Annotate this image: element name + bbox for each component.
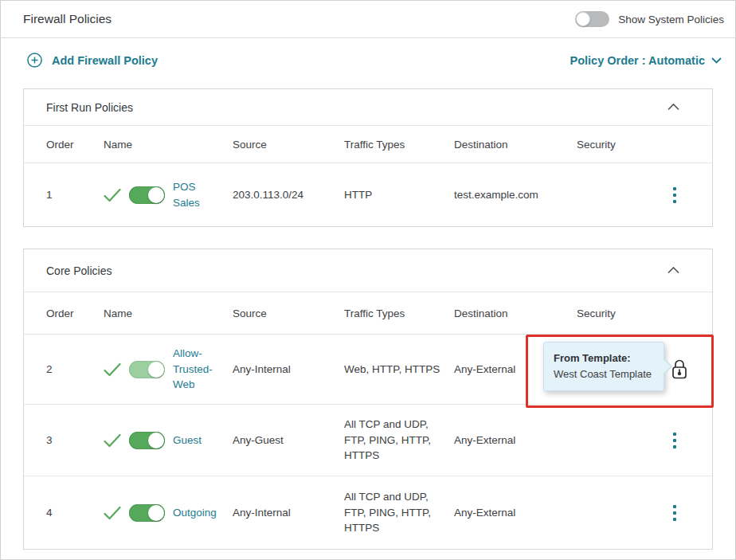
security-cell	[577, 433, 712, 448]
table-row: 1 POS Sales 203.0.113.0/24 HTTP test.exa…	[24, 163, 712, 226]
top-bar: Firewall Policies Show System Policies	[1, 1, 735, 38]
row-actions-menu-icon[interactable]	[673, 505, 676, 521]
enabled-check-icon	[104, 433, 121, 448]
name-cell: Outgoing	[104, 504, 233, 522]
panel-title: Core Policies	[46, 264, 112, 277]
chevron-down-icon	[711, 57, 722, 64]
show-system-policies-control: Show System Policies	[575, 11, 727, 27]
column-name: Name	[104, 139, 233, 151]
column-destination: Destination	[454, 139, 577, 151]
table-header-row: Order Name Source Traffic Types Destinat…	[24, 292, 712, 335]
from-template-tooltip: From Template: West Coast Template	[543, 342, 664, 391]
policy-order-dropdown[interactable]: Policy Order : Automatic	[570, 54, 722, 67]
order-cell: 4	[46, 505, 104, 521]
policy-name-link[interactable]: Allow-Trusted-Web	[173, 346, 213, 393]
tooltip-text: West Coast Template	[554, 368, 652, 380]
source-cell: Any-Internal	[233, 505, 344, 521]
panel-title: First Run Policies	[46, 101, 133, 114]
core-policies-panel: Core Policies Order Name Source Traffic …	[23, 249, 713, 550]
column-security: Security	[577, 139, 712, 151]
policy-name-link[interactable]: POS Sales	[173, 179, 200, 210]
first-run-policies-header: First Run Policies	[24, 89, 712, 126]
destination-cell: Any-External	[454, 505, 577, 521]
toggle-knob	[148, 362, 164, 378]
enabled-check-icon	[104, 362, 121, 377]
table-row: 3 Guest Any-Guest All TCP and UDP, FTP, …	[24, 404, 712, 476]
core-policies-header: Core Policies	[24, 249, 712, 292]
show-system-policies-toggle[interactable]	[575, 11, 609, 27]
traffic-types-cell: Web, HTTP, HTTPS	[344, 362, 454, 378]
add-firewall-policy-label: Add Firewall Policy	[52, 54, 158, 67]
enabled-check-icon	[104, 506, 121, 520]
toggle-knob	[148, 433, 164, 448]
table-row: 4 Outgoing Any-Internal All TCP and UDP,…	[24, 476, 712, 549]
row-actions-menu-icon[interactable]	[673, 433, 676, 448]
traffic-types-cell: All TCP and UDP, FTP, PING, HTTP, HTTPS	[344, 489, 454, 536]
table-row: 2 Allow-Trusted-Web Any-Internal Web, HT…	[24, 335, 712, 404]
firewall-policies-page: Firewall Policies Show System Policies A…	[0, 0, 736, 560]
column-order: Order	[46, 139, 104, 151]
column-traffic-types: Traffic Types	[344, 307, 454, 319]
plus-circle-icon	[27, 53, 42, 68]
row-actions-menu-icon[interactable]	[673, 187, 676, 203]
order-cell: 3	[46, 433, 104, 448]
policy-enable-toggle[interactable]	[129, 504, 165, 522]
column-source: Source	[233, 307, 344, 319]
tooltip-title: From Template:	[554, 352, 631, 364]
source-cell: 203.0.113.0/24	[233, 187, 344, 203]
policy-enable-toggle[interactable]	[129, 186, 165, 204]
traffic-types-cell: All TCP and UDP, FTP, PING, HTTP, HTTPS	[344, 417, 454, 464]
traffic-types-cell: HTTP	[344, 187, 454, 203]
show-system-policies-label: Show System Policies	[618, 14, 724, 25]
policy-enable-toggle[interactable]	[129, 361, 165, 378]
order-cell: 2	[46, 362, 104, 378]
column-source: Source	[233, 139, 344, 151]
policy-enable-toggle[interactable]	[129, 432, 165, 449]
column-security: Security	[577, 307, 712, 319]
policy-name-link[interactable]: Guest	[173, 433, 202, 448]
enabled-check-icon	[104, 188, 121, 202]
column-name: Name	[104, 307, 233, 319]
chevron-up-icon	[667, 267, 679, 274]
template-lock-icon[interactable]	[671, 358, 688, 382]
column-traffic-types: Traffic Types	[344, 139, 454, 151]
first-run-policies-panel: First Run Policies Order Name Source Tra…	[23, 88, 713, 227]
page-title: Firewall Policies	[23, 12, 112, 26]
policy-name-link[interactable]: Outgoing	[173, 505, 217, 521]
collapse-panel-button[interactable]	[667, 104, 679, 111]
column-destination: Destination	[454, 307, 577, 319]
order-cell: 1	[46, 187, 104, 203]
add-firewall-policy-button[interactable]: Add Firewall Policy	[27, 53, 158, 68]
destination-cell: Any-External	[454, 433, 577, 448]
source-cell: Any-Guest	[233, 433, 344, 448]
table-header-row: Order Name Source Traffic Types Destinat…	[24, 126, 712, 163]
security-cell	[577, 505, 712, 521]
policy-order-label: Policy Order : Automatic	[570, 54, 705, 67]
chevron-up-icon	[667, 104, 679, 111]
toggle-knob	[148, 505, 164, 521]
destination-cell: test.example.com	[454, 187, 577, 203]
toolbar: Add Firewall Policy Policy Order : Autom…	[1, 38, 735, 82]
name-cell: POS Sales	[104, 179, 233, 210]
name-cell: Allow-Trusted-Web	[104, 346, 233, 393]
name-cell: Guest	[104, 432, 233, 449]
column-order: Order	[46, 307, 104, 319]
security-cell	[577, 187, 712, 203]
toggle-knob	[576, 12, 590, 26]
source-cell: Any-Internal	[233, 362, 344, 378]
toggle-knob	[148, 187, 164, 203]
collapse-panel-button[interactable]	[667, 267, 679, 274]
